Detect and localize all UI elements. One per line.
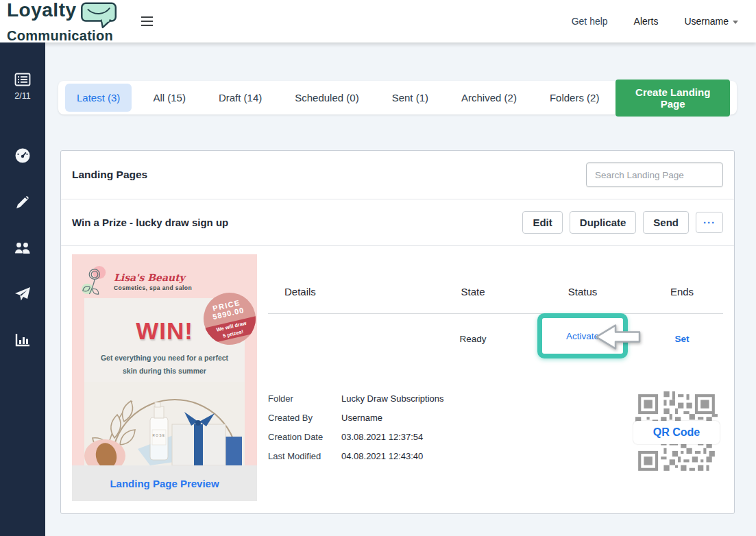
chevron-down-icon (733, 21, 738, 24)
svg-text:ROSE: ROSE (152, 434, 165, 437)
qr-code[interactable]: QR Code (635, 391, 718, 474)
speech-bubble-icon (80, 1, 119, 31)
tab-archived[interactable]: Archived (2) (450, 84, 528, 112)
landing-page-row-header: Win a Prize - lucky draw sign up Edit Du… (61, 199, 734, 246)
landing-page-row-body: Lisa's Beauty Cosmetics, spa and salon W… (61, 246, 734, 513)
pencil-icon (14, 194, 31, 213)
cursor-arrow-icon (594, 323, 642, 354)
users-icon (13, 241, 32, 258)
get-help-link[interactable]: Get help (572, 16, 608, 27)
tab-scheduled[interactable]: Scheduled (0) (283, 84, 370, 112)
tab-draft[interactable]: Draft (14) (207, 84, 273, 112)
app-header: Loyalty Communication Get help Alerts Us… (0, 0, 756, 42)
main-content: Latest (3) All (15) Draft (14) Scheduled… (45, 42, 756, 536)
promo-subtext: Get everything you need for a perfect sk… (99, 352, 230, 378)
landing-page-title: Win a Prize - lucky draw sign up (72, 217, 228, 228)
flower-logo-icon (80, 264, 109, 300)
send-icon (14, 286, 32, 305)
sidebar-item-reports[interactable] (0, 326, 45, 357)
tab-latest[interactable]: Latest (3) (65, 84, 132, 112)
logo-text-line1: Loyalty (7, 1, 77, 20)
search-input[interactable] (586, 162, 723, 187)
tab-all[interactable]: All (15) (141, 84, 197, 112)
tab-sent[interactable]: Sent (1) (380, 84, 440, 112)
header-status: Status (524, 286, 641, 300)
sidebar-item-editor[interactable] (0, 187, 45, 220)
header-nav: Get help Alerts Username (572, 16, 738, 27)
pages-counter: 2/11 (14, 91, 30, 101)
create-landing-page-button[interactable]: Create Landing Page (615, 80, 730, 117)
tab-bar: Latest (3) All (15) Draft (14) Scheduled… (58, 81, 737, 114)
username-label: Username (684, 16, 729, 27)
app-root: Loyalty Communication Get help Alerts Us… (0, 0, 756, 536)
header-state: State (422, 286, 524, 300)
edit-button[interactable]: Edit (522, 211, 562, 234)
brand-header: Lisa's Beauty Cosmetics, spa and salon (80, 264, 192, 300)
row-actions: Edit Duplicate Send ··· (522, 211, 723, 234)
logo-text-line2: Communication (7, 29, 119, 42)
landing-page-preview-card: Lisa's Beauty Cosmetics, spa and salon W… (72, 254, 257, 502)
header-details: Details (268, 286, 422, 300)
hamburger-menu-icon[interactable] (138, 14, 156, 29)
qr-code-label: QR Code (633, 421, 720, 444)
sidebar-item-dashboard[interactable] (0, 141, 45, 173)
list-icon (14, 73, 31, 89)
gauge-icon (14, 147, 32, 167)
header-ends: Ends (641, 286, 723, 300)
gift-illustration: ROSE (84, 382, 245, 465)
details-table-row: Ready Activate Set (268, 314, 723, 363)
more-actions-button[interactable]: ··· (696, 212, 723, 233)
sidebar-item-pages-list[interactable]: 2/11 (0, 66, 45, 108)
details-panel: Details State Status Ends Ready Activate (268, 254, 723, 502)
app-logo[interactable]: Loyalty Communication (7, 1, 119, 42)
bar-chart-icon (14, 332, 31, 350)
preview-footer: Landing Page Preview (72, 465, 257, 501)
sidebar: 2/11 (0, 42, 45, 536)
tab-folders[interactable]: Folders (2) (538, 84, 611, 112)
user-menu[interactable]: Username (684, 16, 738, 27)
set-ends-link[interactable]: Set (674, 334, 689, 344)
alerts-link[interactable]: Alerts (634, 16, 659, 27)
details-table-header: Details State Status Ends (268, 286, 723, 300)
send-button[interactable]: Send (643, 211, 689, 234)
brand-tagline: Cosmetics, spa and salon (114, 284, 192, 291)
landing-page-preview-link[interactable]: Landing Page Preview (110, 478, 219, 489)
state-value: Ready (422, 334, 524, 344)
duplicate-button[interactable]: Duplicate (570, 211, 637, 234)
sidebar-item-contacts[interactable] (0, 234, 45, 265)
sidebar-item-campaigns[interactable] (0, 279, 45, 312)
brand-name: Lisa's Beauty (114, 272, 192, 283)
panel-title: Landing Pages (72, 169, 147, 181)
landing-page-thumbnail: Lisa's Beauty Cosmetics, spa and salon W… (72, 254, 257, 465)
panel-header: Landing Pages (61, 151, 734, 199)
landing-pages-panel: Landing Pages Win a Prize - lucky draw s… (60, 150, 735, 514)
